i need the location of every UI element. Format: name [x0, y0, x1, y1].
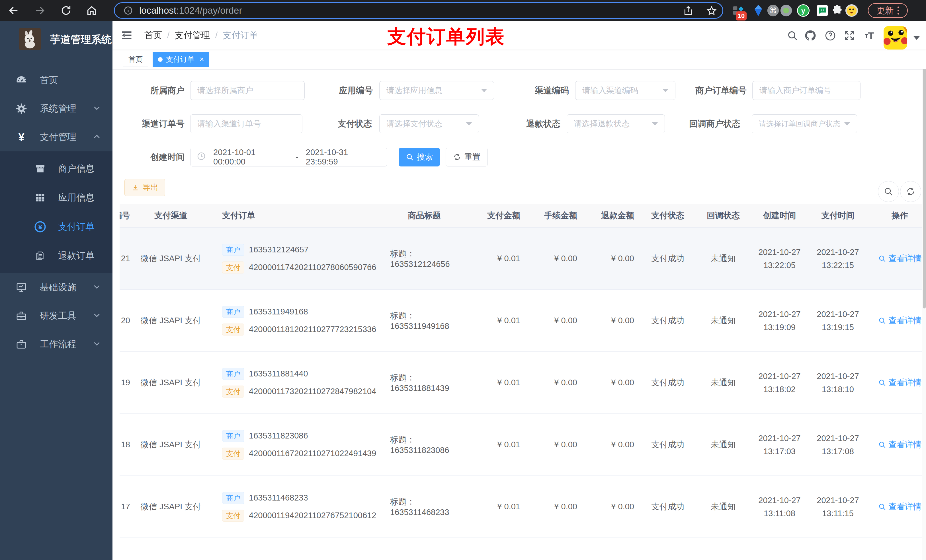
github-icon[interactable]	[804, 29, 817, 42]
cell-refund: ¥ 0.00	[582, 440, 639, 449]
browser-back-icon[interactable]	[8, 4, 20, 17]
merchant-tag: 商户	[222, 306, 244, 318]
filter-label-refund-status: 退款状态	[510, 115, 560, 133]
help-icon[interactable]	[824, 29, 837, 42]
fullscreen-icon[interactable]	[843, 29, 856, 42]
text-size-icon[interactable]: тT	[863, 29, 876, 42]
sidebar-item-label: 工作流程	[40, 338, 76, 350]
cell-fee: ¥ 0.00	[525, 254, 582, 263]
profile-emoji-icon[interactable]	[845, 4, 858, 17]
col-refund: 退款金额	[582, 210, 639, 221]
search-button[interactable]: 搜索	[399, 148, 440, 166]
sidebar-item-home[interactable]: 首页	[0, 66, 112, 95]
extensions-puzzle-icon[interactable]	[831, 4, 844, 17]
reset-button[interactable]: 重置	[446, 148, 488, 166]
sidebar-item-payment[interactable]: ¥ 支付管理	[0, 123, 112, 151]
extension-chat-icon[interactable]	[816, 4, 829, 17]
browser-home-icon[interactable]	[85, 4, 98, 17]
vertical-scrollbar[interactable]	[922, 21, 926, 560]
cell-order: 商户1635312124657 支付4200001174202110278060…	[206, 244, 377, 273]
cell-status: 支付成功	[639, 439, 696, 450]
breadcrumb-section[interactable]: 支付管理	[175, 29, 210, 41]
merchant-input[interactable]	[190, 81, 305, 100]
sidebar-item-system[interactable]: 系统管理	[0, 95, 112, 123]
channel-code-select[interactable]: 请输入渠道编码	[575, 81, 675, 100]
extension-y-icon[interactable]: y	[797, 4, 810, 17]
sidebar-toggle-icon[interactable]	[121, 29, 133, 42]
cell-paid: 2021-10-2713:19:15	[809, 308, 867, 334]
breadcrumb-home[interactable]: 首页	[144, 29, 162, 41]
sidebar-item-infrastructure[interactable]: 基础设施	[0, 273, 112, 302]
filter-label-create-time: 创建时间	[120, 148, 185, 166]
sidebar-item-merchant-info[interactable]: 商户信息	[0, 154, 112, 183]
pay-order-no: 4200001181202110277723215336	[249, 325, 376, 334]
sidebar-item-label: 支付订单	[58, 220, 95, 233]
filter-label-callback-status: 回调商户状态	[666, 115, 740, 133]
sidebar-logo[interactable]: 芋道管理系统	[0, 21, 112, 58]
tag-home[interactable]: 首页	[123, 52, 148, 67]
channel-order-no-input[interactable]	[190, 115, 303, 133]
refresh-button[interactable]	[900, 181, 921, 202]
extension-gem-icon[interactable]	[752, 4, 765, 17]
view-detail-link[interactable]: 查看详情	[867, 253, 922, 264]
cell-paid: 2021-10-2713:11:15	[809, 494, 867, 520]
browser-reload-icon[interactable]	[60, 4, 72, 17]
col-channel: 支付渠道	[135, 210, 206, 221]
cell-refund: ¥ 0.00	[582, 502, 639, 511]
sidebar-item-refund-order[interactable]: 退款订单	[0, 241, 112, 270]
cell-id: 21	[120, 254, 135, 263]
sidebar-item-label: 基础设施	[40, 281, 76, 294]
page-annotation: 支付订单列表	[387, 24, 505, 50]
cell-refund: ¥ 0.00	[582, 378, 639, 387]
avatar-caret-icon[interactable]	[913, 36, 920, 40]
toggle-search-button[interactable]	[878, 181, 899, 202]
sidebar-item-workflow[interactable]: 工作流程	[0, 330, 112, 359]
tag-close-icon[interactable]: ×	[200, 55, 204, 64]
merchant-order-no-input[interactable]	[752, 81, 861, 100]
search-icon[interactable]	[786, 29, 799, 42]
callback-status-select[interactable]: 请选择订单回调商户状态	[752, 115, 857, 133]
merchant-order-no: 1635312124657	[249, 245, 309, 254]
browser-menu-icon[interactable]	[897, 6, 899, 15]
tag-pay-order[interactable]: 支付订单 ×	[153, 52, 209, 67]
app-select[interactable]: 请选择应用信息	[379, 81, 494, 100]
cell-status: 支付成功	[639, 377, 696, 388]
cell-amount: ¥ 0.01	[471, 378, 525, 387]
cell-refund: ¥ 0.00	[582, 254, 639, 263]
cell-amount: ¥ 0.01	[471, 254, 525, 263]
view-detail-link[interactable]: 查看详情	[867, 377, 922, 388]
export-button[interactable]: 导出	[124, 179, 165, 196]
breadcrumb: 首页 / 支付管理 / 支付订单	[144, 21, 258, 50]
create-time-range-input[interactable]: 2021-10-01 00:00:00 - 2021-10-31 23:59:5…	[190, 148, 387, 166]
view-detail-link[interactable]: 查看详情	[867, 439, 922, 450]
sidebar-item-label: 研发工具	[40, 309, 76, 322]
bookmark-star-icon[interactable]	[706, 5, 717, 17]
refund-status-select[interactable]: 请选择退款状态	[567, 115, 665, 133]
user-avatar[interactable]	[884, 26, 907, 50]
url-path: :1024/pay/order	[176, 5, 242, 16]
sidebar-item-app-info[interactable]: 应用信息	[0, 183, 112, 212]
extension-tasks-icon[interactable]: 10	[732, 4, 745, 17]
extension-command-icon[interactable]: ⌘	[767, 4, 780, 17]
pay-status-select[interactable]: 请选择支付状态	[379, 115, 479, 133]
address-bar[interactable]: localhost:1024/pay/order	[114, 2, 723, 19]
document-icon	[33, 251, 47, 261]
site-info-icon[interactable]	[123, 6, 133, 15]
view-detail-link[interactable]: 查看详情	[867, 501, 922, 512]
col-created: 创建时间	[750, 210, 809, 221]
svg-text:y: y	[801, 7, 805, 15]
cell-channel: 微信 JSAPI 支付	[135, 253, 206, 264]
cell-fee: ¥ 0.00	[525, 440, 582, 449]
active-dot	[158, 57, 163, 62]
browser-forward-icon[interactable]	[33, 4, 46, 17]
browser-update-button[interactable]: 更新	[868, 3, 908, 18]
tag-label: 支付订单	[166, 54, 195, 64]
sidebar-item-pay-order[interactable]: ¥ 支付订单	[0, 212, 112, 241]
svg-text:¥: ¥	[38, 223, 42, 231]
cell-fee: ¥ 0.00	[525, 316, 582, 325]
extension-recorder-icon[interactable]	[780, 4, 793, 17]
cell-callback: 未通知	[696, 377, 750, 388]
share-icon[interactable]	[682, 5, 694, 17]
view-detail-link[interactable]: 查看详情	[867, 315, 922, 326]
sidebar-item-dev-tools[interactable]: 研发工具	[0, 302, 112, 330]
